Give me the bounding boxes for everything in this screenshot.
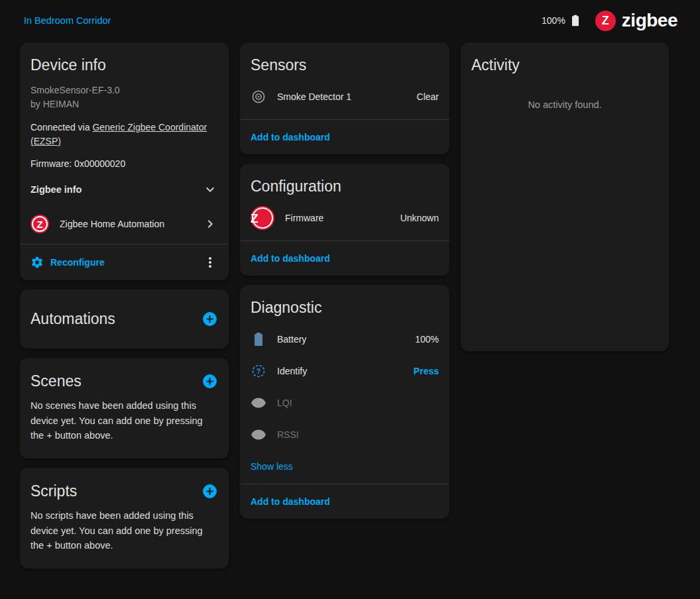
integration-label: Zigbee Home Automation (60, 219, 192, 229)
right-column: Activity No activity found. (461, 42, 669, 351)
eye-icon (251, 427, 266, 443)
add-scene-button[interactable] (202, 373, 218, 390)
entity-row-rssi[interactable]: RSSI (251, 419, 439, 451)
entity-row-smoke-detector[interactable]: Smoke Detector 1 Clear (251, 81, 439, 113)
middle-column: Sensors Smoke Detector 1 Clear Add to da… (240, 42, 449, 519)
entity-state: 100% (415, 334, 439, 345)
scenes-card: Scenes No scenes have been added using t… (20, 358, 229, 459)
sensors-title: Sensors (251, 56, 439, 74)
configuration-title: Configuration (251, 178, 439, 195)
zigbee-logo-letter: Z (36, 219, 42, 229)
battery-percentage: 100% (542, 15, 565, 26)
zigbee-info-expander[interactable]: Zigbee info (30, 169, 218, 205)
battery-icon (251, 331, 266, 347)
zigbee-logo-icon: Z (595, 11, 616, 31)
zigbee-wordmark: zigbee (622, 10, 677, 31)
press-button[interactable]: Press (414, 366, 439, 376)
device-firmware: Firmware: 0x00000020 (30, 158, 218, 169)
zigbee-logo-letter: Z (602, 15, 609, 27)
entity-name: Smoke Detector 1 (277, 91, 406, 102)
device-info-card: Device info SmokeSensor-EF-3.0 by HEIMAN… (20, 42, 229, 280)
show-less-button[interactable]: Show less (240, 457, 304, 484)
reconfigure-label: Reconfigure (50, 257, 105, 268)
smoke-detector-icon (251, 89, 266, 105)
scripts-card: Scripts No scripts have been added using… (20, 468, 229, 569)
zigbee-brand: Z zigbee (595, 10, 677, 31)
breadcrumb[interactable]: In Bedroom Corridor (24, 15, 111, 26)
automations-card: Automations (20, 290, 229, 349)
device-manufacturer: by HEIMAN (30, 97, 218, 111)
chevron-down-icon (202, 182, 218, 197)
entity-state: Unknown (400, 213, 439, 223)
content-columns: Device info SmokeSensor-EF-3.0 by HEIMAN… (0, 32, 700, 569)
zigbee-logo-icon: Z (30, 215, 49, 233)
add-to-dashboard-button[interactable]: Add to dashboard (251, 132, 330, 142)
left-column: Device info SmokeSensor-EF-3.0 by HEIMAN… (20, 42, 229, 569)
zigbee-info-label: Zigbee info (30, 184, 82, 195)
activity-empty-text: No activity found. (461, 99, 669, 110)
automations-title: Automations (30, 310, 115, 328)
activity-card: Activity No activity found. (461, 42, 669, 351)
scripts-title: Scripts (30, 482, 77, 500)
entity-name: Battery (277, 334, 404, 345)
device-info-title: Device info (30, 56, 218, 74)
chevron-right-icon (202, 216, 218, 232)
sensors-card: Sensors Smoke Detector 1 Clear Add to da… (240, 42, 449, 154)
diagnostic-card: Diagnostic Battery 100% ? Identify Press (240, 285, 449, 519)
scripts-empty-text: No scripts have been added using this de… (30, 508, 218, 553)
scenes-empty-text: No scenes have been added using this dev… (30, 398, 218, 443)
entity-row-battery[interactable]: Battery 100% (251, 323, 439, 355)
cog-icon (30, 256, 44, 269)
entity-row-lqi[interactable]: LQI (251, 387, 439, 419)
entity-row-identify[interactable]: ? Identify Press (251, 355, 439, 387)
entity-name: Identify (277, 366, 403, 376)
reconfigure-button[interactable]: Reconfigure (30, 256, 105, 269)
entity-state: Clear (417, 91, 439, 102)
add-to-dashboard-button[interactable]: Add to dashboard (251, 253, 330, 264)
svg-text:?: ? (257, 367, 261, 375)
overflow-menu-icon[interactable] (198, 250, 222, 274)
device-model: SmokeSensor-EF-3.0 (30, 83, 218, 97)
zigbee-logo-letter: Z (251, 212, 259, 225)
entity-name: LQI (277, 398, 428, 408)
add-to-dashboard-button[interactable]: Add to dashboard (251, 496, 330, 507)
integration-row[interactable]: Z Zigbee Home Automation (30, 205, 218, 244)
scenes-title: Scenes (30, 372, 82, 390)
configuration-card: Configuration Z Firmware Unknown Add to … (240, 164, 449, 276)
add-automation-button[interactable] (202, 311, 218, 327)
diagnostic-title: Diagnostic (251, 299, 439, 317)
battery-icon (569, 14, 582, 27)
entity-name: RSSI (277, 429, 428, 440)
activity-title: Activity (471, 56, 658, 74)
add-script-button[interactable] (202, 483, 218, 500)
entity-name: Firmware (285, 213, 390, 223)
entity-row-firmware[interactable]: Z Firmware Unknown (251, 202, 439, 234)
top-bar: In Bedroom Corridor 100% Z zigbee (0, 0, 700, 32)
zigbee-logo-icon: Z (251, 206, 274, 230)
eye-icon (251, 395, 266, 411)
identify-icon: ? (251, 363, 266, 379)
top-bar-right: 100% Z zigbee (542, 10, 677, 31)
connected-via-text: Connected via (30, 122, 92, 133)
